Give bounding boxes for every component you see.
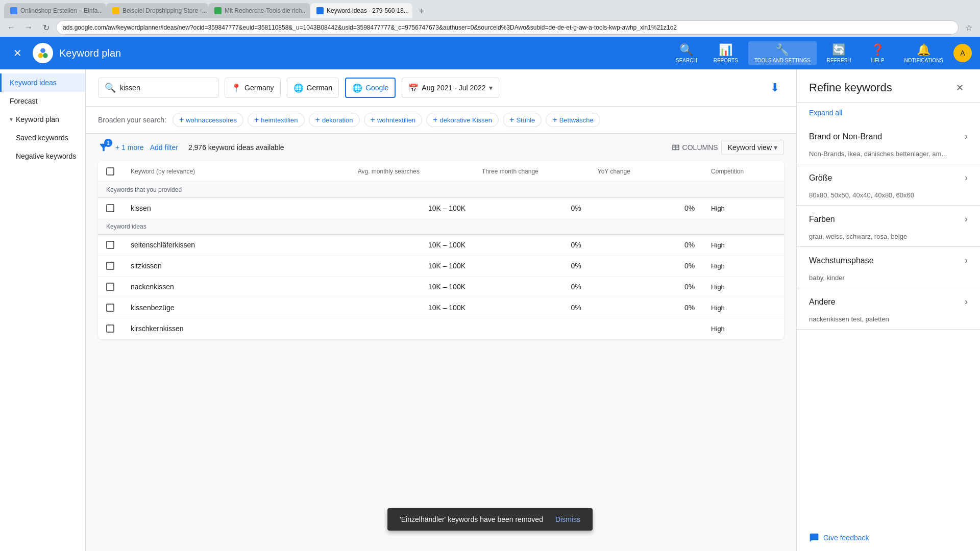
refresh-action-label: REFRESH [827, 58, 851, 63]
close-plan-button[interactable]: ✕ [8, 44, 27, 62]
col-header-keyword[interactable]: Keyword (by relevance) [122, 161, 350, 182]
tab-3[interactable]: Mit Recherche-Tools die rich... × [208, 3, 310, 18]
search-box[interactable]: 🔍 [98, 78, 218, 98]
tab-1[interactable]: Onlineshop Erstellen – Einfa... × [4, 3, 106, 18]
bookmark-button[interactable]: ☆ [962, 20, 976, 35]
broaden-chip-1[interactable]: + heimtextilien [248, 113, 305, 127]
forward-button[interactable]: → [21, 20, 36, 35]
add-filter-button[interactable]: Add filter [150, 143, 178, 152]
filter-button[interactable]: 1 [98, 142, 109, 153]
broaden-chip-4[interactable]: + dekorative Kissen [426, 113, 499, 127]
filter-badge: 1 [104, 139, 112, 147]
tab-2[interactable]: Beispiel Dropshipping Store -... × [106, 3, 208, 18]
app: ✕ Keyword plan 🔍 SEARCH 📊 REPORTS 🔧 [0, 37, 980, 551]
refine-section-wachstumsphase: Wachstumsphase › baby, kinder [797, 247, 980, 288]
broaden-chip-5[interactable]: + Stühle [503, 113, 542, 127]
col-header-yoy[interactable]: YoY change [590, 161, 703, 182]
more-filters-link[interactable]: + 1 more [115, 143, 144, 152]
refine-section-wachstumsphase-subtitle: baby, kinder [797, 274, 980, 288]
col-header-three-month[interactable]: Three month change [474, 161, 590, 182]
give-feedback-button[interactable]: Give feedback [797, 524, 980, 551]
download-button[interactable]: ⬇ [766, 79, 784, 97]
refine-section-wachstumsphase-title: Wachstumsphase [809, 256, 874, 265]
tab-4[interactable]: Keyword ideas - 279-560-18... × [310, 3, 412, 18]
reload-button[interactable]: ↻ [39, 20, 53, 35]
refine-section-grosse-subtitle: 80x80, 50x50, 40x40, 40x80, 60x60 [797, 191, 980, 205]
section-row-provided: Keywords that you provided [98, 182, 784, 198]
broaden-chip-3[interactable]: + wohntextilien [364, 113, 423, 127]
broaden-chip-6[interactable]: + Bettwäsche [546, 113, 600, 127]
refine-section-farben-subtitle: grau, weiss, schwarz, rosa, beige [797, 233, 980, 246]
network-filter[interactable]: 🌐 Google [345, 78, 396, 98]
table-row: nackenkissen 10K – 100K 0% 0% High [98, 277, 784, 297]
notifications-action[interactable]: 🔔 NOTIFICATIONS [898, 41, 949, 65]
sidebar-item-keyword-ideas[interactable]: Keyword ideas [0, 73, 85, 92]
refresh-icon: 🔄 [832, 43, 846, 57]
refresh-action[interactable]: 🔄 REFRESH [821, 41, 857, 65]
refine-andere-chevron-icon: › [965, 296, 968, 307]
refine-section-wachstumsphase-header[interactable]: Wachstumsphase › [797, 247, 980, 274]
tools-action[interactable]: 🔧 TOOLS AND SETTINGS [748, 41, 817, 65]
section-row-ideas: Keyword ideas [98, 219, 784, 235]
network-icon: 🌐 [352, 83, 362, 93]
search-input[interactable] [120, 84, 212, 92]
reports-action[interactable]: 📊 REPORTS [707, 41, 744, 65]
broaden-chip-2[interactable]: + dekoration [309, 113, 360, 127]
section-label-ideas: Keyword ideas [106, 223, 146, 230]
refine-expand-section: Expand all [797, 103, 980, 123]
broaden-chip-label-1: heimtextilien [261, 116, 298, 124]
notifications-icon: 🔔 [917, 43, 930, 57]
refine-section-brand-subtitle: Non-Brands, ikea, dänisches bettenlager,… [797, 150, 980, 164]
address-bar[interactable]: ads.google.com/aw/keywordplanner/ideas/n… [56, 20, 959, 35]
page-content: 🔍 📍 Germany 🌐 German 🌐 Google 📅 [86, 69, 796, 551]
new-tab-button[interactable]: + [414, 4, 429, 18]
tab-favicon-3 [214, 7, 222, 14]
tools-icon: 🔧 [775, 43, 789, 57]
keyword-view-button[interactable]: Keyword view ▾ [721, 140, 784, 155]
language-filter[interactable]: 🌐 German [287, 78, 339, 98]
user-avatar[interactable]: A [953, 44, 972, 62]
sidebar-item-label-keyword-plan: Keyword plan [16, 115, 59, 123]
back-button[interactable]: ← [4, 20, 18, 35]
refine-section-andere: Andere › nackenkissen test, paletten [797, 288, 980, 330]
search-action[interactable]: 🔍 SEARCH [670, 41, 703, 65]
toast-dismiss-button[interactable]: Dismiss [555, 515, 580, 523]
sidebar-item-negative-keywords[interactable]: Negative keywords [0, 147, 85, 165]
avg-monthly-kissen: 10K – 100K [350, 198, 474, 219]
keyword-kissen: kissen [122, 198, 350, 219]
select-all-checkbox[interactable] [106, 167, 114, 176]
col-header-competition[interactable]: Competition [703, 161, 784, 182]
columns-button[interactable]: COLUMNS [671, 143, 718, 152]
help-action[interactable]: ❓ HELP [862, 41, 894, 65]
refine-section-farben-header[interactable]: Farben › [797, 206, 980, 233]
location-filter[interactable]: 📍 Germany [225, 78, 281, 98]
plus-icon-4: + [433, 115, 437, 124]
refine-section-brand-header[interactable]: Brand or Non-Brand › [797, 123, 980, 150]
tab-title-2: Beispiel Dropshipping Store -... [122, 7, 207, 14]
sidebar-item-keyword-plan[interactable]: ▾ Keyword plan [0, 110, 85, 129]
sidebar-item-forecast[interactable]: Forecast [0, 92, 85, 110]
view-chevron-icon: ▾ [774, 143, 777, 152]
table-toolbar: 1 + 1 more Add filter 2,976 keyword idea… [98, 134, 784, 161]
refine-close-button[interactable]: ✕ [951, 80, 968, 96]
row-checkbox-kissen[interactable] [98, 198, 122, 219]
col-header-checkbox[interactable] [98, 161, 122, 182]
sidebar-item-saved-keywords[interactable]: Saved keywords [0, 129, 85, 147]
tab-favicon-4 [316, 7, 324, 14]
broaden-chip-0[interactable]: + wohnaccessoires [173, 113, 243, 127]
google-ads-logo [33, 43, 53, 63]
view-toggle: COLUMNS Keyword view ▾ [671, 140, 784, 155]
refine-section-brand: Brand or Non-Brand › Non-Brands, ikea, d… [797, 123, 980, 164]
refine-section-grosse-header[interactable]: Größe › [797, 164, 980, 191]
sidebar-item-label-forecast: Forecast [10, 97, 37, 105]
search-action-label: SEARCH [676, 58, 697, 63]
tab-title-3: Mit Recherche-Tools die rich... [225, 7, 307, 14]
location-icon: 📍 [231, 83, 241, 93]
expand-all-link[interactable]: Expand all [809, 109, 842, 117]
table-area: 1 + 1 more Add filter 2,976 keyword idea… [86, 134, 796, 352]
date-filter[interactable]: 📅 Aug 2021 - Jul 2022 ▾ [402, 78, 499, 98]
col-header-avg-monthly[interactable]: Avg. monthly searches [350, 161, 474, 182]
tab-close-4[interactable]: × [412, 7, 412, 15]
refine-section-andere-header[interactable]: Andere › [797, 288, 980, 315]
refine-grosse-chevron-icon: › [965, 172, 968, 183]
